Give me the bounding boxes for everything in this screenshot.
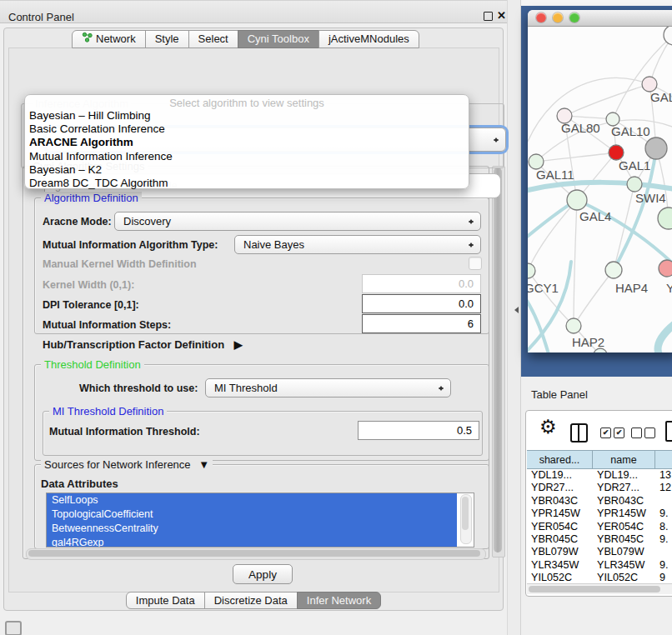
minimize-window-icon[interactable] bbox=[553, 12, 563, 22]
checked-checkbox-icon[interactable]: ✔ bbox=[614, 428, 624, 438]
mi-threshold-input[interactable]: 0.5 bbox=[358, 421, 479, 440]
table-cell[interactable]: YBR043C bbox=[593, 495, 655, 508]
table-cell[interactable]: YBR045C bbox=[527, 533, 593, 546]
node-swi4[interactable] bbox=[627, 177, 642, 192]
table-cell[interactable]: 9. bbox=[655, 559, 672, 572]
table-cell[interactable]: 13 bbox=[655, 469, 672, 482]
mi-type-combo[interactable]: Naive Bayes bbox=[234, 235, 481, 254]
table-cell[interactable]: 8. bbox=[655, 521, 672, 533]
dpi-tolerance-input[interactable]: 0.0 bbox=[362, 294, 481, 313]
table-cell[interactable]: 9. bbox=[655, 508, 672, 520]
attribute-item-gal4rgexp[interactable]: gal4RGexp bbox=[47, 536, 457, 548]
dropdown-item-bayesian-k2[interactable]: Bayesian – K2 bbox=[25, 163, 469, 177]
node-gray[interactable] bbox=[645, 138, 667, 159]
table-cell[interactable]: YBL079W bbox=[527, 546, 593, 558]
tab-style[interactable]: Style bbox=[145, 30, 189, 48]
which-threshold-combo[interactable]: MI Threshold bbox=[205, 378, 451, 398]
table-horizontal-scrollbar[interactable] bbox=[527, 583, 672, 594]
close-panel-icon[interactable]: ✕ bbox=[497, 9, 506, 22]
table-row[interactable]: YBL079WYBL079W bbox=[527, 546, 672, 558]
tab-network[interactable]: Network bbox=[72, 30, 146, 48]
mi-steps-input[interactable]: 6 bbox=[362, 314, 481, 333]
document-icon[interactable] bbox=[665, 421, 672, 442]
dropdown-item-bayesian-hill-climbing[interactable]: Bayesian – Hill Climbing bbox=[25, 109, 469, 122]
tab-impute-data[interactable]: Impute Data bbox=[126, 592, 205, 609]
table-cell[interactable]: 9. bbox=[655, 533, 672, 546]
cyni-horizontal-scrollbar[interactable] bbox=[26, 548, 486, 560]
column-header-a[interactable]: A bbox=[655, 450, 672, 469]
tab-select[interactable]: Select bbox=[188, 30, 238, 48]
close-window-icon[interactable] bbox=[536, 12, 546, 22]
unchecked-checkbox-icon[interactable] bbox=[631, 428, 642, 438]
settings-gear-icon[interactable]: ⚙ bbox=[539, 416, 557, 438]
table-cell[interactable]: YBR045C bbox=[593, 533, 655, 546]
table-cell[interactable] bbox=[655, 495, 672, 508]
scrollbar-thumb[interactable] bbox=[494, 168, 502, 552]
attribute-item-betweennesscentrality[interactable]: BetweennessCentrality bbox=[47, 522, 457, 536]
attribute-item-selfloops[interactable]: SelfLoops bbox=[47, 493, 457, 508]
zoom-window-icon[interactable] bbox=[569, 12, 579, 22]
attribute-item-topologicalcoefficient[interactable]: TopologicalCoefficient bbox=[47, 508, 457, 522]
dropdown-item-aracne-algorithm[interactable]: ARACNE Algorithm bbox=[25, 136, 469, 149]
dropdown-item-basic-correlation-inference[interactable]: Basic Correlation Inference bbox=[25, 122, 469, 136]
table-cell[interactable]: YDR27... bbox=[593, 482, 655, 494]
aracne-mode-label: Aracne Mode: bbox=[43, 216, 112, 228]
table-row[interactable]: YER054CYER054C8. bbox=[527, 521, 672, 533]
panel-splitter[interactable] bbox=[507, 0, 521, 635]
table-row[interactable]: YPR145WYPR145W9. bbox=[527, 508, 672, 520]
table-cell[interactable]: 12 bbox=[655, 482, 672, 494]
node-green-right[interactable] bbox=[658, 208, 672, 229]
apply-button[interactable]: Apply bbox=[233, 564, 293, 584]
node-gal4[interactable] bbox=[567, 190, 587, 210]
table-row[interactable]: YDL19...YDL19...13 bbox=[527, 469, 672, 482]
table-cell[interactable]: YER054C bbox=[593, 521, 655, 533]
panel-grip-icon[interactable] bbox=[5, 621, 22, 635]
scrollbar-thumb[interactable] bbox=[529, 586, 660, 592]
attributes-list-scrollbar[interactable] bbox=[460, 494, 472, 544]
tab-cyni-toolbox[interactable]: Cyni Toolbox bbox=[238, 30, 319, 48]
table-cell[interactable]: YDR27... bbox=[527, 482, 593, 494]
scrollbar-thumb[interactable] bbox=[462, 497, 469, 530]
tab-jactivemnodules[interactable]: jActiveMNodules bbox=[318, 30, 419, 48]
node-gal11-label: GAL11 bbox=[536, 168, 574, 182]
node-hap4[interactable] bbox=[605, 262, 622, 278]
combo-arrows-icon bbox=[468, 240, 475, 250]
hub-definition-disclosure[interactable]: Hub/Transcription Factor Definition ▶ bbox=[43, 338, 243, 351]
tab-infer-network[interactable]: Infer Network bbox=[297, 592, 381, 609]
dropdown-item-mutual-information-inference[interactable]: Mutual Information Inference bbox=[25, 150, 469, 163]
splitter-collapse-icon[interactable] bbox=[511, 307, 519, 313]
float-panel-icon[interactable] bbox=[484, 12, 493, 21]
table-cell[interactable]: YDL19... bbox=[593, 469, 655, 482]
unchecked-checkbox-icon[interactable] bbox=[644, 428, 655, 438]
table-cell[interactable]: YBR043C bbox=[527, 495, 593, 508]
kernel-width-input[interactable]: 0.0 bbox=[362, 274, 481, 293]
aracne-mode-combo[interactable]: Discovery bbox=[114, 212, 481, 231]
network-window-titlebar[interactable] bbox=[528, 10, 672, 27]
table-row[interactable]: YBR045CYBR045C9. bbox=[527, 533, 672, 546]
table-row[interactable]: YBR043CYBR043C bbox=[527, 495, 672, 508]
sources-disclosure[interactable]: Sources for Network Inference ▼ bbox=[41, 458, 213, 471]
node-pink-right[interactable] bbox=[659, 260, 672, 277]
column-header-shared[interactable]: shared... bbox=[527, 450, 593, 469]
scrollbar-thumb[interactable] bbox=[28, 550, 480, 557]
cyni-vertical-scrollbar[interactable] bbox=[492, 166, 505, 558]
table-row[interactable]: YLR345WYLR345W9. bbox=[527, 559, 672, 572]
manual-kernel-checkbox[interactable] bbox=[469, 257, 482, 270]
table-cell[interactable]: YPR145W bbox=[593, 508, 655, 520]
dropdown-item-dream8-dc-tdc-algorithm[interactable]: Dream8 DC_TDC Algorithm bbox=[25, 177, 469, 190]
table-cell[interactable]: YER054C bbox=[527, 521, 593, 533]
column-header-name[interactable]: name bbox=[593, 450, 655, 469]
table-cell[interactable]: YBL079W bbox=[593, 546, 655, 558]
node-gcy1[interactable] bbox=[528, 263, 535, 278]
table-cell[interactable]: YLR345W bbox=[527, 559, 593, 572]
split-columns-icon[interactable] bbox=[570, 423, 588, 442]
network-canvas[interactable]: GALGAL80GAL10GAL1GAL11SWI4GAL4GCY1HAP4YH… bbox=[528, 27, 672, 352]
table-row[interactable]: YDR27...YDR27...12 bbox=[527, 482, 672, 494]
node-hap2[interactable] bbox=[566, 318, 581, 333]
checked-checkbox-icon[interactable]: ✔ bbox=[600, 428, 611, 438]
table-cell[interactable]: YDL19... bbox=[527, 469, 593, 482]
table-cell[interactable]: YLR345W bbox=[593, 559, 655, 572]
table-cell[interactable]: YPR145W bbox=[527, 508, 593, 520]
tab-discretize-data[interactable]: Discretize Data bbox=[204, 592, 298, 609]
table-cell[interactable] bbox=[655, 546, 672, 558]
